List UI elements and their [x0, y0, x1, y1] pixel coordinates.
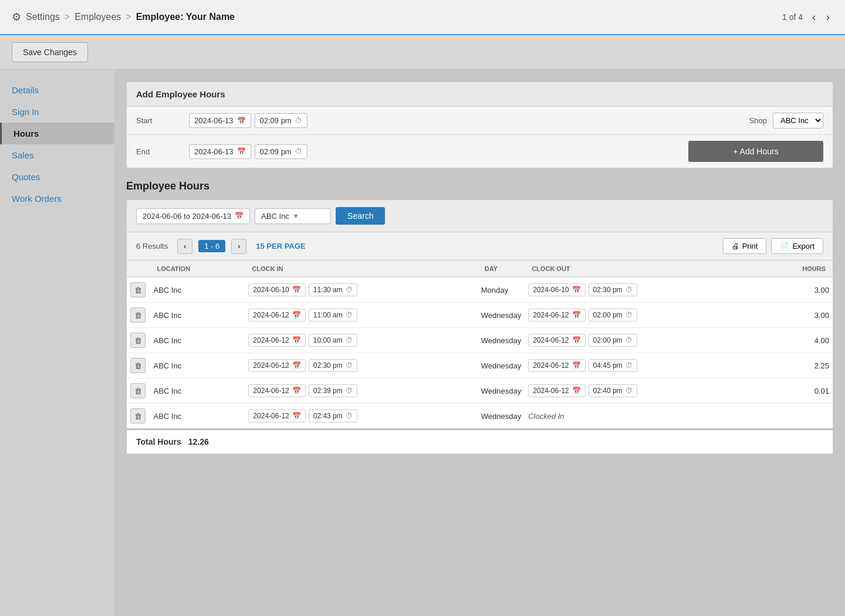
clockin-clock-icon: ⏱ [346, 311, 353, 319]
row-location: ABC Inc [150, 277, 245, 303]
end-date-input[interactable]: 2024-06-13 📅 [189, 144, 251, 159]
print-button[interactable]: 🖨 Print [723, 238, 767, 254]
sidebar-item-details[interactable]: Details [0, 79, 114, 101]
clockout-cal-icon[interactable]: 📅 [572, 311, 581, 319]
sidebar-item-hours[interactable]: Hours [0, 123, 114, 144]
clockin-cal-icon[interactable]: 📅 [292, 412, 301, 420]
row-day: Wednesday [478, 378, 525, 404]
start-calendar-icon[interactable]: 📅 [237, 117, 246, 125]
clockout-clock-icon: ⏱ [626, 311, 633, 319]
clockout-date-input[interactable]: 2024-06-10 📅 [528, 283, 585, 296]
sidebar-item-workorders[interactable]: Work Orders [0, 188, 114, 209]
delete-row-button[interactable]: 🗑 [130, 358, 146, 373]
date-range-input[interactable]: 2024-06-06 to 2024-06-13 📅 [136, 208, 250, 224]
row-location: ABC Inc [150, 353, 245, 378]
shop-select[interactable]: ABC Inc [773, 113, 823, 128]
clockin-date-input[interactable]: 2024-06-12 📅 [248, 359, 305, 372]
sidebar-item-sales[interactable]: Sales [0, 144, 114, 166]
next-page-button[interactable]: › [231, 239, 246, 254]
clockin-date-input[interactable]: 2024-06-12 📅 [248, 409, 305, 422]
export-label: Export [792, 242, 814, 251]
export-icon: 📄 [780, 242, 789, 251]
clockout-time-input[interactable]: 02:00 pm ⏱ [589, 309, 637, 321]
row-clockout: Clocked In [525, 404, 757, 429]
clockout-cal-icon[interactable]: 📅 [572, 286, 581, 294]
clockout-cal-icon[interactable]: 📅 [572, 361, 581, 370]
add-hours-button[interactable]: + Add Hours [688, 141, 823, 162]
shop-label: Shop [749, 116, 767, 125]
sidebar-item-quotes[interactable]: Quotes [0, 166, 114, 188]
breadcrumb-settings[interactable]: Settings [26, 12, 60, 22]
date-range-calendar-icon[interactable]: 📅 [235, 212, 244, 220]
shop-section: Shop ABC Inc [749, 113, 823, 128]
clockin-date-input[interactable]: 2024-06-12 📅 [248, 334, 305, 347]
clockout-time-input[interactable]: 04:45 pm ⏱ [589, 359, 637, 372]
row-clockin: 2024-06-12 📅 02:39 pm ⏱ [245, 378, 477, 404]
save-changes-button[interactable]: Save Changes [12, 42, 88, 62]
clockout-time-input[interactable]: 02:30 pm ⏱ [589, 283, 637, 296]
clockout-clock-icon: ⏱ [626, 336, 633, 344]
clockout-date-input[interactable]: 2024-06-12 📅 [528, 309, 585, 321]
sidebar: Details Sign In Hours Sales Quotes Work … [0, 70, 114, 616]
breadcrumb-employees[interactable]: Employees [75, 12, 121, 22]
next-button[interactable]: › [823, 10, 833, 25]
export-button[interactable]: 📄 Export [771, 238, 823, 254]
delete-row-button[interactable]: 🗑 [130, 408, 146, 424]
table-row: 🗑ABC Inc 2024-06-12 📅 02:43 pm ⏱ Wednesd… [127, 404, 833, 429]
clockout-cal-icon[interactable]: 📅 [572, 336, 581, 344]
main-layout: Details Sign In Hours Sales Quotes Work … [0, 70, 845, 616]
search-button[interactable]: Search [336, 207, 385, 225]
clockin-time-input[interactable]: 02:30 pm ⏱ [309, 359, 357, 372]
add-hours-body: Start 2024-06-13 📅 02:09 pm ⏱ Shop [127, 107, 833, 168]
clockin-cal-icon[interactable]: 📅 [292, 336, 301, 344]
clockin-cal-icon[interactable]: 📅 [292, 361, 301, 370]
clockin-time-input[interactable]: 02:39 pm ⏱ [309, 384, 357, 397]
row-location: ABC Inc [150, 303, 245, 328]
clockout-date-input[interactable]: 2024-06-12 📅 [528, 384, 585, 397]
clockin-cal-icon[interactable]: 📅 [292, 311, 301, 319]
print-label: Print [742, 242, 758, 251]
clockin-time-input[interactable]: 02:43 pm ⏱ [309, 409, 357, 422]
clockin-cal-icon[interactable]: 📅 [292, 387, 301, 395]
row-location: ABC Inc [150, 378, 245, 404]
sidebar-item-signin[interactable]: Sign In [0, 101, 114, 123]
navigation-arrows: 1 of 4 ‹ › [782, 10, 833, 25]
row-day: Wednesday [478, 328, 525, 353]
end-calendar-icon[interactable]: 📅 [237, 147, 246, 155]
total-row: Total Hours 12.26 [126, 429, 833, 454]
table-row: 🗑ABC Inc 2024-06-12 📅 11:00 am ⏱ Wednesd… [127, 303, 833, 328]
clockin-date-input[interactable]: 2024-06-12 📅 [248, 384, 305, 397]
delete-row-button[interactable]: 🗑 [130, 307, 146, 323]
clockout-time-input[interactable]: 02:00 pm ⏱ [589, 334, 637, 347]
clockout-cal-icon[interactable]: 📅 [572, 387, 581, 395]
clockin-cal-icon[interactable]: 📅 [292, 286, 301, 294]
table-row: 🗑ABC Inc 2024-06-12 📅 02:30 pm ⏱ Wednesd… [127, 353, 833, 378]
row-clockout: 2024-06-10 📅 02:30 pm ⏱ [525, 277, 757, 303]
row-location: ABC Inc [150, 328, 245, 353]
clockin-time-input[interactable]: 11:00 am ⏱ [309, 309, 357, 321]
clockin-time-input[interactable]: 11:30 am ⏱ [309, 283, 357, 296]
clockout-time-input[interactable]: 02:40 pm ⏱ [589, 384, 637, 397]
clockin-clock-icon: ⏱ [346, 336, 353, 344]
clockin-time-input[interactable]: 10:00 am ⏱ [309, 334, 357, 347]
row-day: Wednesday [478, 353, 525, 378]
prev-page-button[interactable]: ‹ [177, 239, 192, 254]
delete-row-button[interactable]: 🗑 [130, 333, 146, 348]
end-time-input[interactable]: 02:09 pm ⏱ [255, 144, 307, 159]
row-clockout: 2024-06-12 📅 04:45 pm ⏱ [525, 353, 757, 378]
prev-button[interactable]: ‹ [809, 10, 819, 25]
clockout-date-input[interactable]: 2024-06-12 📅 [528, 334, 585, 347]
clockout-date-input[interactable]: 2024-06-12 📅 [528, 359, 585, 372]
row-hours: 2.25 [758, 353, 833, 378]
delete-row-button[interactable]: 🗑 [130, 282, 146, 297]
location-select[interactable]: ABC Inc ▼ [255, 208, 331, 224]
end-label: End [136, 147, 183, 156]
row-day: Monday [478, 277, 525, 303]
results-count: 6 Results [136, 242, 168, 251]
start-date-input[interactable]: 2024-06-13 📅 [189, 113, 251, 128]
clockin-date-input[interactable]: 2024-06-10 📅 [248, 283, 305, 296]
table-row: 🗑ABC Inc 2024-06-12 📅 02:39 pm ⏱ Wednesd… [127, 378, 833, 404]
delete-row-button[interactable]: 🗑 [130, 383, 146, 398]
clockin-date-input[interactable]: 2024-06-12 📅 [248, 309, 305, 321]
start-time-input[interactable]: 02:09 pm ⏱ [255, 113, 307, 128]
